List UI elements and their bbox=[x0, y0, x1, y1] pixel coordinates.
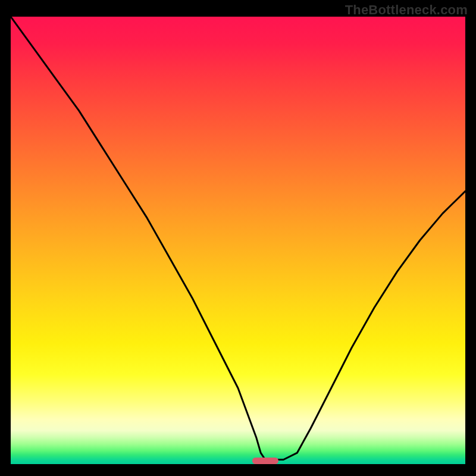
curve-layer bbox=[11, 17, 465, 464]
watermark-text: TheBottleneck.com bbox=[345, 2, 468, 18]
chart-frame: TheBottleneck.com bbox=[0, 0, 476, 476]
optimal-marker bbox=[252, 458, 278, 464]
bottleneck-curve bbox=[11, 17, 465, 460]
plot-area bbox=[11, 17, 465, 464]
